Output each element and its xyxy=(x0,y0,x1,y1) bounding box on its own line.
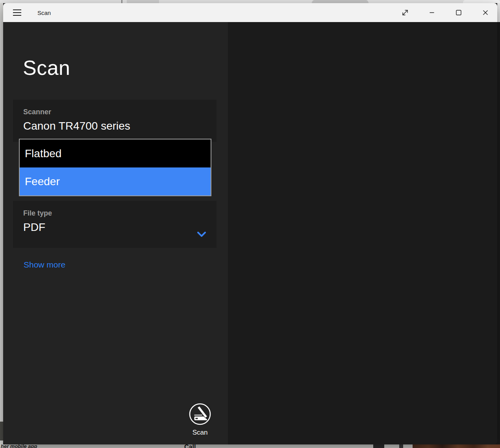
menu-button[interactable] xyxy=(8,3,26,22)
background-tab xyxy=(312,0,368,3)
chevron-down-icon xyxy=(197,231,206,238)
minimize-icon xyxy=(428,9,436,17)
page-title: Scan xyxy=(23,56,70,80)
maximize-icon xyxy=(455,9,463,17)
scan-button[interactable]: Scan xyxy=(189,403,211,437)
minimize-button[interactable] xyxy=(423,3,441,22)
scan-app-window: Scan xyxy=(3,3,497,444)
file-type-field[interactable]: File type PDF xyxy=(13,201,217,248)
background-cropped-text: Call xyxy=(184,444,196,448)
scanner-field-value: Canon TR4700 series xyxy=(23,120,206,132)
source-option-flatbed[interactable]: Flatbed xyxy=(20,139,211,167)
show-more-link[interactable]: Show more xyxy=(24,260,65,270)
fullscreen-button[interactable] xyxy=(396,3,414,22)
background-fragment xyxy=(399,444,403,448)
background-photo-fragment xyxy=(413,444,500,448)
window-content: Scan Scanner Canon TR4700 series Flatbed… xyxy=(3,22,497,444)
scanner-icon xyxy=(189,403,211,426)
background-tab xyxy=(127,0,159,3)
scan-preview-area xyxy=(228,22,497,444)
source-dropdown-popup: Flatbed Feeder xyxy=(19,139,211,196)
file-type-field-label: File type xyxy=(23,209,206,217)
background-cropped-text: her mobile app xyxy=(1,444,37,448)
close-button[interactable] xyxy=(476,3,494,22)
background-left-strip xyxy=(0,3,3,444)
background-bottom-strip: her mobile app Call xyxy=(0,444,500,448)
window-title: Scan xyxy=(37,9,51,16)
maximize-button[interactable] xyxy=(450,3,468,22)
source-option-feeder[interactable]: Feeder xyxy=(20,167,211,195)
close-icon xyxy=(481,9,489,17)
titlebar: Scan xyxy=(3,3,497,22)
hamburger-icon xyxy=(13,9,21,16)
background-fragment xyxy=(373,444,384,448)
settings-panel: Scan Scanner Canon TR4700 series Flatbed… xyxy=(3,22,228,444)
scan-button-label: Scan xyxy=(189,429,211,437)
background-tab-divider xyxy=(121,0,122,3)
window-controls xyxy=(396,3,494,22)
background-left-fragment xyxy=(0,422,3,441)
diagonal-resize-icon xyxy=(401,9,409,17)
scanner-field[interactable]: Scanner Canon TR4700 series xyxy=(13,100,217,142)
file-type-field-value: PDF xyxy=(23,221,206,234)
scanner-field-label: Scanner xyxy=(23,108,206,116)
background-top-strip xyxy=(0,0,500,3)
background-tab xyxy=(463,0,500,3)
background-right-strip xyxy=(497,3,500,22)
